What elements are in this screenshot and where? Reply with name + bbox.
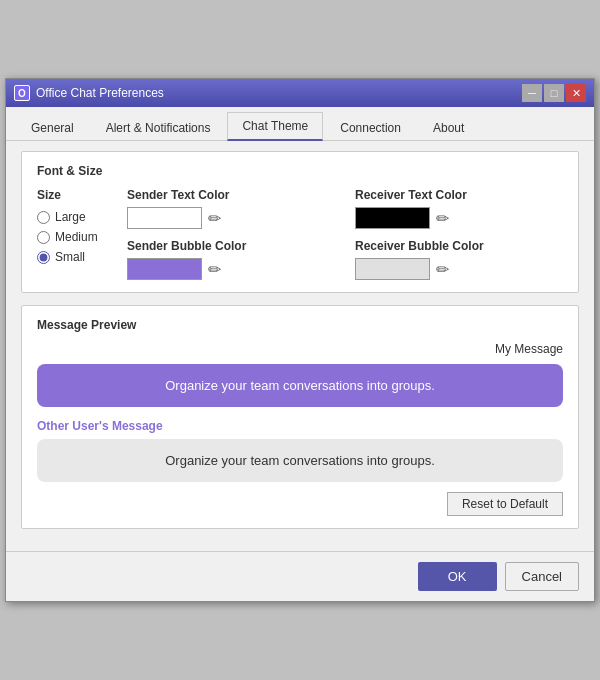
receiver-text-label: Receiver Text Color <box>355 188 563 202</box>
my-message-bubble: Organize your team conversations into gr… <box>37 364 563 407</box>
tab-about[interactable]: About <box>418 114 479 141</box>
size-column: Size Large Medium Small <box>37 188 127 280</box>
reset-to-default-button[interactable]: Reset to Default <box>447 492 563 516</box>
reset-row: Reset to Default <box>37 492 563 516</box>
maximize-button[interactable]: □ <box>544 84 564 102</box>
tab-chat-theme[interactable]: Chat Theme <box>227 112 323 141</box>
titlebar-left: O Office Chat Preferences <box>14 85 164 101</box>
other-message-bubble: Organize your team conversations into gr… <box>37 439 563 482</box>
tab-alerts[interactable]: Alert & Notifications <box>91 114 226 141</box>
radio-small[interactable]: Small <box>37 250 127 264</box>
message-preview-section: Message Preview My Message Organize your… <box>21 305 579 529</box>
sender-bubble-color-row: Sender Bubble Color ✏ <box>127 239 335 280</box>
other-user-label: Other User's Message <box>37 419 563 433</box>
app-icon: O <box>14 85 30 101</box>
main-window: O Office Chat Preferences ─ □ ✕ General … <box>5 78 595 602</box>
colors-grid: Sender Text Color ✏ Receiver Text Color … <box>127 188 563 280</box>
ok-button[interactable]: OK <box>418 562 497 591</box>
receiver-bubble-swatch[interactable] <box>355 258 430 280</box>
receiver-text-swatch[interactable] <box>355 207 430 229</box>
receiver-bubble-label: Receiver Bubble Color <box>355 239 563 253</box>
receiver-text-picker-row: ✏ <box>355 207 563 229</box>
sender-text-color-row: Sender Text Color ✏ <box>127 188 335 229</box>
sender-bubble-swatch[interactable] <box>127 258 202 280</box>
radio-medium-input[interactable] <box>37 231 50 244</box>
window-title: Office Chat Preferences <box>36 86 164 100</box>
preview-title: Message Preview <box>37 318 563 332</box>
sender-bubble-label: Sender Bubble Color <box>127 239 335 253</box>
radio-medium[interactable]: Medium <box>37 230 127 244</box>
tab-general[interactable]: General <box>16 114 89 141</box>
receiver-text-color-row: Receiver Text Color ✏ <box>355 188 563 229</box>
cancel-button[interactable]: Cancel <box>505 562 579 591</box>
footer: OK Cancel <box>6 551 594 601</box>
radio-large[interactable]: Large <box>37 210 127 224</box>
tab-bar: General Alert & Notifications Chat Theme… <box>6 107 594 141</box>
font-size-section: Font & Size Size Large Medium Smal <box>21 151 579 293</box>
radio-medium-label: Medium <box>55 230 98 244</box>
sender-text-label: Sender Text Color <box>127 188 335 202</box>
receiver-bubble-eyedropper-icon[interactable]: ✏ <box>436 260 449 279</box>
tab-connection[interactable]: Connection <box>325 114 416 141</box>
radio-small-input[interactable] <box>37 251 50 264</box>
minimize-button[interactable]: ─ <box>522 84 542 102</box>
radio-large-input[interactable] <box>37 211 50 224</box>
radio-small-label: Small <box>55 250 85 264</box>
sender-bubble-eyedropper-icon[interactable]: ✏ <box>208 260 221 279</box>
sender-text-swatch[interactable] <box>127 207 202 229</box>
receiver-text-eyedropper-icon[interactable]: ✏ <box>436 209 449 228</box>
titlebar: O Office Chat Preferences ─ □ ✕ <box>6 79 594 107</box>
titlebar-controls: ─ □ ✕ <box>522 84 586 102</box>
close-button[interactable]: ✕ <box>566 84 586 102</box>
sender-text-picker-row: ✏ <box>127 207 335 229</box>
size-label: Size <box>37 188 127 202</box>
receiver-bubble-picker-row: ✏ <box>355 258 563 280</box>
main-content: Font & Size Size Large Medium Smal <box>6 141 594 551</box>
font-size-body: Size Large Medium Small <box>37 188 563 280</box>
sender-bubble-picker-row: ✏ <box>127 258 335 280</box>
my-message-label: My Message <box>37 342 563 356</box>
receiver-bubble-color-row: Receiver Bubble Color ✏ <box>355 239 563 280</box>
radio-large-label: Large <box>55 210 86 224</box>
font-size-title: Font & Size <box>37 164 563 178</box>
sender-text-eyedropper-icon[interactable]: ✏ <box>208 209 221 228</box>
